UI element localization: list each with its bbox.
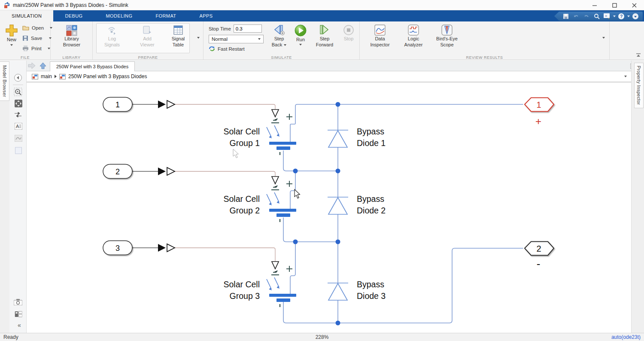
bypass-diode-1-label2: Diode 1 [357,138,386,148]
screenshot-camera-icon[interactable] [14,299,22,307]
signal-routing-icon[interactable] [14,112,22,119]
add-viewer-label: Add [143,36,152,42]
logic-analyzer-button[interactable]: Logic Analyzer [400,24,427,48]
solar-cell-group-2-block[interactable] [267,177,296,222]
print-caret-icon[interactable] [48,48,50,49]
help-icon[interactable]: ? [617,12,626,20]
outport-1-sign: + [535,116,541,127]
run-caret-icon[interactable] [299,44,302,46]
review-gallery-caret-icon[interactable] [602,37,605,39]
fast-restart-toggle[interactable]: Fast Restart [209,46,245,52]
sample-time-legend-icon[interactable] [15,311,22,320]
bypass-diode-3-label: Bypass [357,280,384,289]
run-label: Run [296,37,305,43]
tab-apps[interactable]: APPS [188,10,224,21]
prepare-gallery-caret-icon[interactable] [197,37,200,39]
bypass-diode-2-block[interactable] [328,197,348,214]
toolstrip-options-icon[interactable] [631,12,640,20]
add-to-favorites-icon[interactable]: » [602,12,612,20]
help-caret-icon[interactable] [627,15,630,17]
electrical-wires[interactable] [283,104,523,323]
solar-group-2-label: Solar Cell [223,194,260,204]
new-button[interactable]: New [3,24,21,46]
bypass-diode-1-block[interactable] [328,130,348,147]
annotation-icon[interactable]: A [15,123,22,131]
minimize-button[interactable] [585,0,605,10]
solar-cell-group-3-block[interactable] [267,262,296,307]
ribbon-collapse-icon[interactable] [635,51,641,59]
solar-cell-blocks[interactable] [267,110,296,307]
property-inspector-tab[interactable]: Property Inspector [634,63,644,108]
converter-3[interactable] [158,244,175,252]
tab-modeling[interactable]: MODELING [94,10,144,21]
model-canvas[interactable]: 1 2 3 [27,82,631,333]
nav-up-icon[interactable] [39,62,46,71]
zoom-region-icon[interactable] [14,88,22,98]
tab-simulation[interactable]: SIMULATION [0,10,53,21]
status-solver[interactable]: auto(ode23t) [611,334,641,340]
search-icon[interactable] [592,12,601,20]
section-library: Library Browser LIBRARY [51,21,93,60]
run-button[interactable]: Run [292,24,309,46]
signal-table-button[interactable]: Signal Table [165,25,191,48]
log-signals-label2: Signals [104,42,120,48]
maximize-button[interactable] [605,0,624,10]
undo-icon[interactable] [571,12,581,20]
data-inspector-button[interactable]: Data Inspector [367,24,393,48]
save-button[interactable]: Save [22,35,52,41]
breadcrumb-current[interactable]: 250W Panel with 3 Bypass Diodes [68,73,147,79]
ribbon: New Open Save Print FILE [0,21,644,60]
hide-browser-icon[interactable] [14,73,22,84]
solar-group-1-label: Solar Cell [223,127,260,136]
outport-2-sign: - [537,257,541,270]
new-label: New [7,37,16,43]
new-caret-icon[interactable] [10,44,13,46]
breadcrumb-root[interactable]: main [41,73,52,79]
outport-blocks[interactable]: 1 + 2 - [525,98,554,271]
tab-format[interactable]: FORMAT [144,10,188,21]
step-forward-button[interactable]: Step Forward [313,24,337,48]
collapse-rail-icon[interactable]: « [18,322,21,329]
status-bar: Ready 228% auto(ode23t) [0,333,644,341]
log-signals-button: Log Signals [99,25,125,48]
library-browser-button[interactable]: Library Browser [61,25,82,48]
redo-icon[interactable] [582,12,591,20]
logic-analyzer-icon [407,24,419,36]
data-inspector-icon [374,24,386,36]
signal-table-label2: Table [173,42,184,48]
close-button[interactable] [624,0,644,10]
svg-text:?: ? [620,14,623,18]
bypass-diode-3-block[interactable] [328,283,348,300]
open-button[interactable]: Open [22,25,52,30]
bypass-diode-2-label2: Diode 2 [357,206,386,215]
inport-blocks[interactable]: 1 2 3 [103,97,132,255]
step-back-button[interactable]: Step Back [269,24,289,48]
area-box-icon[interactable] [15,147,22,156]
mouse-cursor-icon [295,189,300,198]
breadcrumb-separator-icon [55,75,57,78]
save-icon [22,35,28,41]
step-forward-icon [318,24,331,36]
signal-converter-blocks[interactable] [158,100,175,252]
print-button[interactable]: Print [22,46,50,51]
save-label: Save [31,36,42,41]
breadcrumb-caret-icon[interactable] [624,76,627,77]
model-browser-tab[interactable]: Model Browser [0,61,9,101]
stop-time-row: Stop Time [209,24,262,33]
converter-1[interactable] [158,100,175,108]
section-label-review: REVIEW RESULTS [360,55,609,60]
converter-2[interactable] [158,167,175,175]
fit-to-view-icon[interactable] [15,100,22,109]
quick-save-icon[interactable] [561,12,571,20]
add-viewer-button: Add Viewer [134,25,161,48]
svg-text:A: A [16,124,19,129]
section-simulate: Stop Time Normal Fast Restart Step Back … [204,21,360,60]
solar-cell-group-1-block[interactable] [267,110,296,155]
favorites-caret-icon[interactable] [613,15,616,17]
tab-debug[interactable]: DEBUG [53,10,94,21]
birds-eye-scope-button[interactable]: Bird's-Eye Scope [432,24,462,48]
inport-stems[interactable] [132,104,158,248]
stop-time-input[interactable] [234,24,262,33]
sim-mode-select[interactable]: Normal [209,35,264,43]
document-tab[interactable]: 250W Panel with 3 Bypass Diodes [50,61,135,71]
